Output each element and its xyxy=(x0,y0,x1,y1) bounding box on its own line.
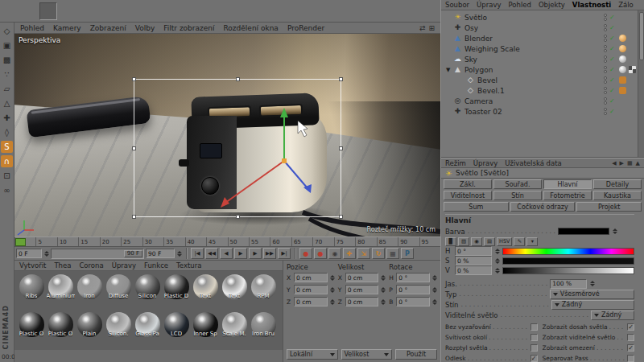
spinner[interactable] xyxy=(330,287,335,293)
enable-check-icon[interactable] xyxy=(609,88,617,94)
attribute-tab[interactable]: Zákl. xyxy=(444,179,492,189)
object-row[interactable]: ▼ Bevel xyxy=(441,75,644,85)
attribute-tab[interactable]: Stín xyxy=(493,191,542,200)
material-item[interactable]: Silicon xyxy=(133,273,162,311)
object-name[interactable]: Bevel.1 xyxy=(477,87,505,95)
enable-axis-icon[interactable]: ✚ xyxy=(1,112,13,124)
range-start-field[interactable]: 0 F xyxy=(16,249,42,258)
color-gradient-button[interactable]: ▨ xyxy=(458,237,469,246)
select-dropdown[interactable]: Všesměrové xyxy=(550,290,634,299)
move-tool-icon[interactable] xyxy=(58,2,76,20)
record-position-toggle[interactable]: ✚ xyxy=(343,248,356,259)
object-name[interactable]: Blender xyxy=(464,35,493,43)
channel-gradient-bar[interactable] xyxy=(502,257,634,265)
timeline-playhead[interactable] xyxy=(15,238,26,246)
z-axis-lock-button[interactable] xyxy=(151,2,168,20)
material-item[interactable]: Plain xyxy=(75,311,104,348)
collapse-icon[interactable]: ▲ xyxy=(636,160,640,167)
model-mode-icon[interactable]: ▣ xyxy=(1,39,13,51)
y-axis-lock-button[interactable] xyxy=(132,2,150,20)
rotation-field[interactable]: 0 ° xyxy=(396,297,430,306)
x-axis-lock-button[interactable] xyxy=(114,2,131,20)
play-button[interactable]: ▶ xyxy=(234,248,247,259)
bevel-deformer-icon[interactable] xyxy=(466,86,475,95)
material-menu-item[interactable]: Vytvořit xyxy=(19,261,46,269)
material-item[interactable]: RPM xyxy=(249,273,278,311)
ik-icon[interactable]: ∞ xyxy=(1,184,13,196)
select-dropdown[interactable]: Žádný xyxy=(591,311,634,320)
enable-check-icon[interactable] xyxy=(609,35,617,42)
enable-check-icon[interactable] xyxy=(609,67,617,73)
brightness-field[interactable]: 100 % xyxy=(550,279,587,289)
object-manager-menu-item[interactable]: Úpravy xyxy=(477,1,501,9)
spinner[interactable] xyxy=(381,287,386,293)
goto-end-button[interactable]: ▶| xyxy=(278,248,291,259)
deformer-icon[interactable] xyxy=(317,2,335,20)
texture-mode-icon[interactable]: ▩ xyxy=(1,54,13,66)
spinner[interactable] xyxy=(432,275,437,281)
prev-frame-button[interactable]: ◀ xyxy=(220,248,233,259)
history-back-icon[interactable]: ◀ xyxy=(612,160,616,167)
checkbox[interactable] xyxy=(530,323,538,331)
attribute-tab[interactable]: Souřad. xyxy=(493,179,542,189)
material-item[interactable]: Glass Pa xyxy=(133,311,162,348)
texture-tag-icon[interactable] xyxy=(619,56,626,63)
viewport-menu-item[interactable]: Kamery xyxy=(53,24,81,32)
wrench-tag-icon[interactable] xyxy=(619,76,626,84)
attribute-tab[interactable]: Hlavní xyxy=(543,179,592,189)
attribute-tab[interactable]: Kaustika xyxy=(593,191,642,200)
color-spectrum-button[interactable]: ▤ xyxy=(484,237,495,246)
visibility-dots[interactable] xyxy=(604,14,607,21)
sky-object-icon[interactable] xyxy=(453,55,462,64)
view-label[interactable]: Perspektiva xyxy=(19,36,60,44)
keyframe-selection-button[interactable]: ◉ xyxy=(328,248,341,259)
spinner[interactable] xyxy=(330,299,335,305)
camera-object-icon[interactable] xyxy=(453,97,462,105)
redo-icon[interactable] xyxy=(21,2,39,20)
rotation-field[interactable]: 0 ° xyxy=(396,285,430,294)
null-object-icon[interactable] xyxy=(453,107,462,116)
coordinate-field[interactable]: 0 cm xyxy=(294,285,328,294)
spinner[interactable] xyxy=(381,275,386,281)
material-item[interactable]: Scale M. xyxy=(220,311,249,348)
attribute-tab[interactable]: Čočkové odrazy xyxy=(510,202,576,212)
camera-swap-icon[interactable]: ⇄ xyxy=(419,24,426,32)
xpresso-icon[interactable] xyxy=(373,2,390,20)
viewport-menu-item[interactable]: Rozdělení okna xyxy=(224,24,279,32)
texture-tag-icon[interactable] xyxy=(619,66,626,73)
spinner[interactable] xyxy=(177,251,182,257)
spline-pen-icon[interactable] xyxy=(262,2,279,20)
timeline-ruler[interactable]: 05101520253035404550556065707580859095 xyxy=(14,237,440,247)
object-manager-menu-item[interactable]: Objekty xyxy=(539,1,565,9)
channel-field[interactable]: 0 % xyxy=(455,265,492,275)
expand-arrow-icon[interactable]: ▼ xyxy=(446,67,452,73)
material-item[interactable]: Ribs xyxy=(17,273,46,311)
visibility-dots[interactable] xyxy=(604,97,607,105)
enable-check-icon[interactable] xyxy=(609,56,617,63)
coordinate-system-icon[interactable] xyxy=(169,2,187,20)
material-item[interactable]: Text xyxy=(220,273,249,311)
object-manager-menu-item[interactable]: Pohled xyxy=(508,1,530,9)
quantize-icon[interactable]: ⊡ xyxy=(1,170,13,182)
object-manager-menu-item[interactable]: Vlastnosti xyxy=(572,1,611,9)
selection-handle[interactable] xyxy=(339,146,343,150)
checkbox[interactable] xyxy=(530,344,538,352)
object-row[interactable]: ▼ Camera xyxy=(441,96,644,106)
object-name[interactable]: Světlo xyxy=(464,14,487,22)
wrench-tag-icon[interactable] xyxy=(619,87,626,94)
object-name[interactable]: Polygon xyxy=(464,66,493,74)
checkbox[interactable] xyxy=(530,334,538,341)
record-pla-button[interactable]: P xyxy=(401,248,414,259)
rotation-field[interactable]: 0 ° xyxy=(396,273,430,282)
object-list-scrollbar[interactable] xyxy=(638,10,644,157)
channel-field[interactable]: 0 ° xyxy=(455,246,492,256)
make-editable-icon[interactable]: ◇ xyxy=(1,25,13,37)
material-menu-item[interactable]: Úpravy xyxy=(112,261,136,269)
next-frame-button[interactable]: ▶ xyxy=(249,248,262,259)
history-forward-icon[interactable]: ▶ xyxy=(620,160,624,167)
enable-check-icon[interactable] xyxy=(609,25,617,31)
render-picture-viewer-icon[interactable] xyxy=(206,2,224,20)
visibility-dots[interactable] xyxy=(604,56,607,63)
material-item[interactable]: Diffuse xyxy=(104,273,133,311)
object-manager-menu-item[interactable]: Soubor xyxy=(445,1,469,9)
